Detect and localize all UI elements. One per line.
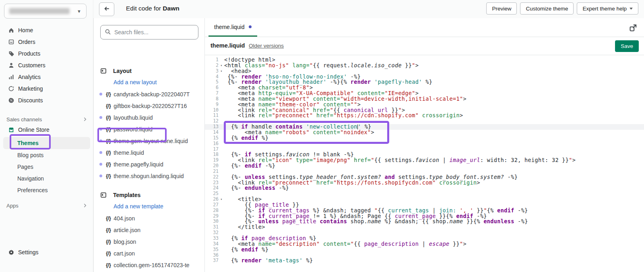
code-token: lang=: [293, 62, 310, 69]
code-line[interactable]: 14 <meta name="robots" content="noindex"…: [205, 130, 644, 135]
fold-gutter: [219, 141, 224, 147]
unsaved-file-dot: [99, 139, 102, 142]
code-line[interactable]: 34 <meta name="description" content="{{ …: [205, 241, 644, 247]
code-token: page_description: [364, 241, 419, 247]
liquid-file-icon: {/}: [106, 126, 111, 132]
code-token: {{ request.: [313, 62, 350, 69]
line-number: 36: [205, 253, 219, 258]
code-token: >: [460, 112, 463, 118]
save-button[interactable]: Save: [615, 40, 639, 52]
code-token: -%}: [275, 185, 289, 191]
section-header-templates[interactable]: Templates: [94, 190, 204, 200]
online-store-subitems: ThemesBlog postsPagesNavigationPreferenc…: [0, 137, 93, 196]
fold-arrow-icon[interactable]: ▾: [219, 197, 224, 202]
tab-theme-liquid[interactable]: theme.liquid: [208, 18, 257, 37]
line-number: 15: [205, 135, 219, 141]
sidebar-item-navigation[interactable]: Navigation: [0, 172, 93, 184]
file-name: collection.gem-1651747023-te: [114, 262, 189, 268]
sidebar-item-products[interactable]: Products: [0, 48, 93, 59]
file-item-theme.shogun.landing.liquid[interactable]: {/}theme.shogun.landing.liquid: [94, 170, 204, 182]
code-line[interactable]: 2▾<html class="no-js" lang="{{ request.l…: [205, 63, 644, 69]
section-header-layout[interactable]: Layout: [94, 66, 204, 76]
file-item-collection.gem-1651747023-te[interactable]: {/}collection.gem-1651747023-te: [94, 259, 204, 271]
file-item-theme.pagefly.liquid[interactable]: {/}theme.pagefly.liquid: [94, 158, 204, 170]
code-token: href=: [316, 179, 333, 186]
chevron-down-icon: ▼: [77, 9, 81, 14]
older-versions-link[interactable]: Older versions: [249, 43, 284, 49]
code-line-text: {%- endunless -%}: [224, 185, 644, 191]
sidebar-item-online-store[interactable]: Online Store: [0, 124, 93, 135]
code-token: crossorigin: [439, 179, 477, 186]
apps-header[interactable]: Apps: [0, 201, 93, 210]
sidebar-item-preferences[interactable]: Preferences: [0, 184, 93, 196]
code-token: -%}: [262, 162, 275, 169]
sidebar-item-customers[interactable]: Customers: [0, 59, 93, 71]
code-token: >: [463, 241, 466, 247]
fold-gutter: [219, 113, 224, 118]
sidebar-item-analytics[interactable]: Analytics: [0, 71, 93, 83]
sidebar-item-blog-posts[interactable]: Blog posts: [0, 149, 93, 161]
sidebar-item-home[interactable]: Home: [0, 24, 93, 36]
code-line-text: <meta name="robots" content="noindex">: [224, 130, 644, 135]
sidebar-item-marketing[interactable]: Marketing: [0, 83, 93, 94]
file-item-giftbox-backup-20220527T16[interactable]: {/}giftbox-backup-20220527T16: [94, 100, 204, 112]
search-files-input[interactable]: [114, 29, 187, 35]
back-button[interactable]: [99, 2, 114, 16]
code-token: href=: [316, 112, 333, 118]
fold-arrow-icon[interactable]: ▾: [219, 69, 224, 74]
sidebar-item-discounts[interactable]: Discounts: [0, 94, 93, 106]
current-file-name: theme.liquid: [211, 42, 245, 49]
line-number: 22: [205, 174, 219, 180]
code-line[interactable]: 25: [205, 191, 644, 197]
code-token: endunless: [245, 185, 275, 191]
file-item-blog.json[interactable]: {/}blog.json: [94, 236, 204, 247]
code-line[interactable]: 37 {% render 'meta-tags' %}: [205, 258, 644, 264]
file-item-candyrack-backup-20220407T[interactable]: {/}candyrack-backup-20220407T: [94, 88, 204, 100]
file-item-theme.gem-layout-none.liquid[interactable]: {/}theme.gem-layout-none.liquid: [94, 135, 204, 147]
chevron-down-icon: [630, 8, 633, 10]
sidebar-item-label: Orders: [18, 39, 35, 45]
code-token: page_title: [282, 218, 316, 224]
file-name: cart.json: [114, 250, 135, 257]
file-item-password.liquid[interactable]: {/}password.liquid: [94, 123, 204, 135]
file-item-article.json[interactable]: {/}article.json: [94, 224, 204, 236]
file-item-404.json[interactable]: {/}404.json: [94, 212, 204, 224]
code-token: [320, 241, 323, 247]
code-line[interactable]: 31 </title>: [205, 224, 644, 230]
folder-down-icon: [100, 192, 107, 198]
code-line[interactable]: 20 {%- endif -%}: [205, 163, 644, 169]
fullscreen-button[interactable]: [629, 23, 638, 32]
sidebar-item-orders[interactable]: Orders: [0, 36, 93, 48]
file-name: article.json: [114, 227, 140, 233]
line-number: 11: [205, 113, 219, 118]
file-item-layouthub.liquid[interactable]: {/}layouthub.liquid: [94, 112, 204, 123]
code-line[interactable]: 24 {%- endunless -%}: [205, 185, 644, 191]
code-editor[interactable]: 1<!doctype html>2▾<html class="no-js" la…: [205, 55, 644, 272]
code-token: name: [450, 218, 463, 224]
editor-tab-bar: theme.liquid: [205, 18, 644, 37]
code-line[interactable]: 11 <link rel="preconnect" href="https://…: [205, 113, 644, 118]
code-line[interactable]: 16: [205, 141, 644, 147]
code-line[interactable]: 30 {%- unless page_title contains shop.n…: [205, 219, 644, 224]
sidebar-item-themes[interactable]: Themes: [3, 137, 90, 149]
fold-gutter: [219, 253, 224, 258]
code-line[interactable]: 35 {% endif %}: [205, 247, 644, 253]
fold-arrow-icon[interactable]: ▾: [219, 63, 224, 69]
file-item-cart.json[interactable]: {/}cart.json: [94, 247, 204, 259]
fold-gutter: [219, 191, 224, 197]
store-selector[interactable]: ▼: [4, 4, 87, 19]
add-new-templates-link[interactable]: Add a new template: [94, 200, 204, 212]
customize-theme-button[interactable]: Customize theme: [520, 2, 574, 15]
preview-button[interactable]: Preview: [486, 2, 517, 15]
sidebar-item-pages[interactable]: Pages: [0, 161, 93, 172]
sidebar-item-settings[interactable]: Settings: [0, 246, 93, 258]
sales-channels-header[interactable]: Sales channels: [0, 115, 93, 124]
file-item-theme.liquid[interactable]: {/}theme.liquid: [94, 147, 204, 158]
code-line[interactable]: 15 {% endif %}: [205, 135, 644, 141]
add-new-layout-link[interactable]: Add a new layout: [94, 76, 204, 88]
search-files-box[interactable]: [100, 25, 198, 39]
code-token: endif: [241, 135, 258, 141]
code-token: %} &ndash; {{ shop.: [381, 218, 450, 224]
expert-theme-help-button[interactable]: Expert theme help: [577, 2, 638, 15]
fold-gutter: [219, 230, 224, 236]
